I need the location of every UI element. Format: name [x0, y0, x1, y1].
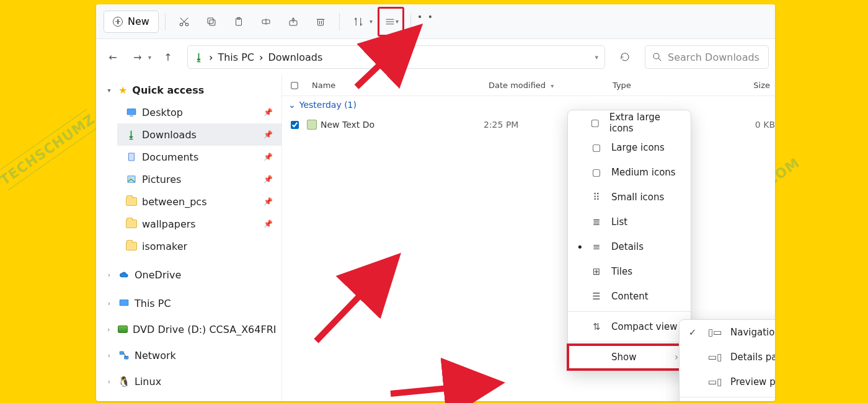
- sidebar-item-label: wallpapers: [142, 218, 196, 230]
- panel-left-icon: ▯▭: [708, 327, 722, 338]
- annotation-arrow: [388, 366, 512, 403]
- rename-icon: [260, 16, 272, 27]
- content-icon: ☰: [590, 291, 603, 302]
- svg-rect-25: [129, 153, 135, 161]
- sidebar-item-onedrive[interactable]: › OneDrive: [96, 264, 281, 286]
- large-icons-icon: ▢: [590, 142, 603, 153]
- column-header-date[interactable]: Date modified ▾: [484, 81, 608, 90]
- file-explorer-window: New ▾ ▾ • • • ← → ▾ ↑ ⭳ › This PC › Down…: [96, 4, 775, 401]
- file-list-area: Name Date modified ▾ Type Size ⌄ Yesterd…: [282, 75, 775, 401]
- picture-icon: [126, 174, 137, 185]
- menu-item-small-icons[interactable]: ⠿Small icons: [568, 185, 691, 210]
- desktop-icon: [126, 107, 137, 118]
- menu-item-navigation-pane[interactable]: ✓▯▭Navigation pane: [680, 320, 775, 345]
- breadcrumb-current[interactable]: Downloads: [268, 51, 322, 63]
- svg-rect-4: [210, 20, 215, 25]
- menu-item-content[interactable]: ☰Content: [568, 284, 691, 309]
- file-name: New Text Do: [321, 120, 374, 130]
- checkbox-icon: [289, 80, 300, 91]
- breadcrumb-root[interactable]: This PC: [218, 51, 254, 63]
- drive-icon: [118, 324, 128, 335]
- breadcrumb-sep: ›: [259, 51, 263, 63]
- panel-right-icon: ▭▯: [708, 352, 722, 363]
- annotation-arrow: [350, 19, 431, 95]
- group-header-yesterday[interactable]: ⌄ Yesterday (1): [282, 96, 775, 113]
- menu-item-item-check-boxes[interactable]: ✓☑Item check boxes: [680, 400, 775, 401]
- address-row: ← → ▾ ↑ ⭳ › This PC › Downloads ▾ Search…: [96, 39, 775, 75]
- copy-button[interactable]: [199, 9, 224, 34]
- sidebar-item-label: Downloads: [142, 129, 197, 141]
- sidebar-item-downloads[interactable]: ⭳ Downloads 📌: [117, 123, 281, 146]
- document-icon: [126, 151, 137, 162]
- select-all-checkbox[interactable]: [282, 80, 307, 91]
- sidebar-item-linux[interactable]: › 🐧 Linux: [96, 370, 281, 392]
- menu-item-details-pane[interactable]: ▭▯Details pane: [680, 345, 775, 370]
- menu-item-large-icons[interactable]: ▢Large icons: [568, 135, 691, 160]
- copy-icon: [206, 16, 217, 27]
- sidebar-item-label: Network: [135, 350, 176, 361]
- menu-item-extra-large-icons[interactable]: ▢Extra large icons: [568, 110, 691, 135]
- delete-button[interactable]: [308, 9, 333, 34]
- show-submenu: ✓▯▭Navigation pane ▭▯Details pane ▭▯Prev…: [679, 319, 775, 401]
- sidebar-item-this-pc[interactable]: › This PC: [96, 292, 281, 314]
- menu-item-preview-pane[interactable]: ▭▯Preview pane: [680, 370, 775, 394]
- sidebar-item-wallpapers[interactable]: wallpapers 📌: [117, 213, 281, 235]
- rename-button[interactable]: [254, 9, 278, 34]
- chevron-down-icon[interactable]: ▾: [595, 53, 598, 61]
- pin-icon: 📌: [264, 197, 273, 206]
- menu-item-list[interactable]: ≣List: [568, 210, 691, 234]
- forward-button[interactable]: →: [127, 46, 148, 68]
- plus-circle-icon: [113, 17, 123, 27]
- sidebar-item-between-pcs[interactable]: between_pcs 📌: [117, 190, 281, 213]
- search-input[interactable]: Search Downloads: [645, 45, 769, 69]
- sidebar-item-pictures[interactable]: Pictures 📌: [117, 168, 281, 190]
- chevron-right-icon: ›: [675, 352, 678, 363]
- sidebar-item-network[interactable]: › Network: [96, 344, 281, 366]
- chevron-down-icon: ⌄: [288, 100, 296, 110]
- sidebar-item-label: isomaker: [142, 241, 187, 252]
- sidebar-item-documents[interactable]: Documents 📌: [117, 146, 281, 168]
- svg-line-34: [316, 257, 397, 341]
- sidebar-item-isomaker[interactable]: isomaker: [117, 235, 281, 257]
- sidebar-item-desktop[interactable]: Desktop 📌: [117, 101, 281, 123]
- new-label: New: [128, 16, 149, 27]
- menu-item-show[interactable]: Show›: [568, 345, 691, 370]
- monitor-icon: [118, 298, 130, 309]
- sidebar-item-dvd[interactable]: › DVD Drive (D:) CCSA_X64FRE_EN-US_D: [96, 318, 281, 340]
- pin-icon: 📌: [264, 130, 273, 139]
- svg-point-27: [130, 177, 131, 179]
- svg-point-21: [653, 53, 659, 59]
- column-header-size[interactable]: Size: [707, 81, 775, 90]
- paste-button[interactable]: [226, 9, 251, 34]
- star-icon: ★: [118, 84, 127, 96]
- up-button[interactable]: ↑: [157, 46, 179, 68]
- sidebar-item-label: DVD Drive (D:) CCSA_X64FRE_EN-US_D: [133, 324, 275, 335]
- menu-item-medium-icons[interactable]: ▢Medium icons: [568, 160, 691, 185]
- sidebar-item-label: Pictures: [142, 174, 181, 185]
- cut-button[interactable]: [172, 9, 197, 34]
- refresh-button[interactable]: [614, 46, 636, 68]
- svg-rect-12: [317, 19, 323, 25]
- compact-icon: ⇅: [590, 321, 603, 332]
- file-checkbox[interactable]: [291, 121, 299, 129]
- new-button[interactable]: New: [104, 11, 159, 33]
- sidebar-item-label: This PC: [135, 298, 171, 309]
- annotation-arrow: [310, 248, 409, 350]
- chevron-down-icon: ▾: [148, 54, 154, 61]
- pin-icon: 📌: [264, 108, 273, 117]
- cloud-icon: [118, 269, 130, 280]
- file-row[interactable]: New Text Do 2:25 PM Windows PowerS... 0 …: [282, 113, 775, 136]
- folder-icon: [126, 218, 137, 229]
- view-menu: ▢Extra large icons ▢Large icons ▢Medium …: [567, 110, 691, 370]
- menu-item-details[interactable]: •≡Details: [568, 234, 691, 259]
- group-label: Yesterday (1): [299, 100, 356, 110]
- list-icon: ≣: [590, 216, 603, 228]
- share-button[interactable]: [281, 9, 306, 34]
- column-header-type[interactable]: Type: [608, 81, 707, 90]
- menu-item-compact-view[interactable]: ⇅Compact view: [568, 314, 691, 339]
- file-size: 0 KB: [707, 120, 775, 130]
- back-button[interactable]: ←: [102, 46, 123, 68]
- refresh-icon: [619, 51, 631, 63]
- sidebar-item-quick-access[interactable]: ▾ ★ Quick access: [96, 79, 281, 101]
- menu-item-tiles[interactable]: ⊞Tiles: [568, 259, 691, 284]
